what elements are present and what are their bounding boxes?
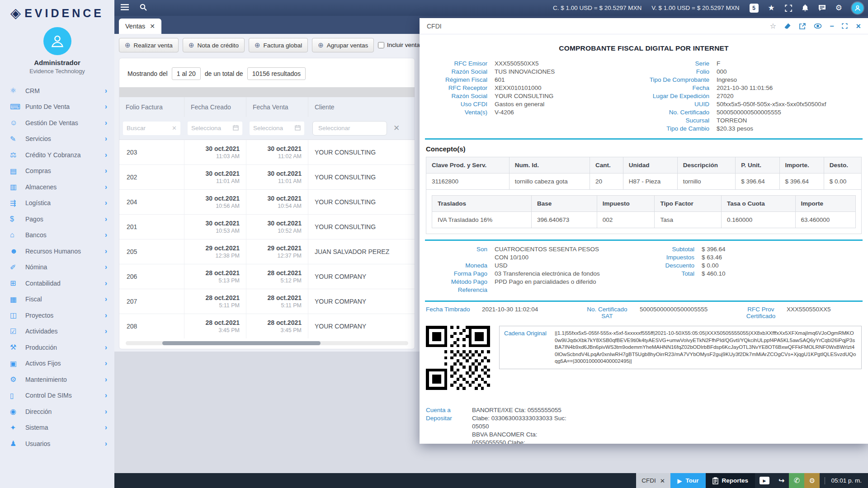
export-icon[interactable]: [799, 23, 806, 30]
field-label: Tipo de Cambio: [621, 125, 709, 133]
realizar-venta-button[interactable]: ⊕Realizar venta: [119, 38, 179, 52]
concept-clave: 31162800: [426, 174, 509, 190]
minimize-icon[interactable]: −: [830, 23, 834, 30]
column-header-fecha-creado[interactable]: Fecha Creado: [184, 97, 246, 117]
fecha-creado-filter[interactable]: Selecciona: [188, 122, 242, 135]
module-icon: ⇶: [10, 199, 25, 207]
taskbar-cfdi-item[interactable]: CFDI ✕: [636, 473, 670, 488]
cell-fecha-creado: 28 oct.2021 5:11 PM: [184, 289, 246, 314]
sidebar-item-usuarios[interactable]: ♟ Usuarios: [0, 436, 114, 452]
module-icon: ◉: [10, 407, 25, 416]
sidebar-item-crm[interactable]: ⚛ CRM: [0, 83, 114, 99]
search-icon[interactable]: [140, 4, 147, 13]
sidebar-item-servicios[interactable]: ✎ Servicios: [0, 131, 114, 147]
cell-cliente: YOUR CONSULTING: [308, 190, 415, 214]
module-icon: ⚙: [10, 375, 25, 384]
calculator-icon[interactable]: 5: [750, 4, 759, 13]
chat-icon[interactable]: [818, 5, 826, 12]
exchange-rate-sell: V. $ 1.00 USD = $ 20.5297 MXN: [651, 5, 739, 11]
settings-gear-icon[interactable]: ⚙: [835, 3, 842, 13]
factura-global-button[interactable]: ⊕Factura global: [249, 38, 308, 52]
sidebar-item-actividades[interactable]: ☑ Actividades: [0, 324, 114, 340]
maximize-icon[interactable]: [841, 23, 848, 29]
table-row[interactable]: 202 30 oct.2021 11:01 AM 30 oct.2021 11:…: [119, 164, 415, 189]
field-row: RFC Emisor XXX550550XX5: [420, 60, 621, 68]
column-header-fecha-venta[interactable]: Fecha Venta: [246, 97, 308, 117]
fullscreen-icon[interactable]: [784, 4, 792, 12]
taxes-column-header: Traslados: [432, 196, 532, 212]
table-row[interactable]: 208 28 oct.2021 3:45 PM 28 oct.2021 3:45…: [119, 314, 415, 338]
table-row[interactable]: 207 28 oct.2021 5:11 PM 28 oct.2021 5:11…: [119, 289, 415, 314]
reportes-button[interactable]: Reportes: [706, 473, 755, 488]
eye-icon[interactable]: [814, 23, 822, 29]
fecha-venta-filter[interactable]: Selecciona: [250, 122, 304, 135]
sidebar-item-bancos[interactable]: ⌂ Bancos: [0, 227, 114, 244]
sidebar-item-contabilidad[interactable]: ⊞ Contabilidad: [0, 275, 114, 291]
sidebar-item-mantenimiento[interactable]: ⚙ Mantenimiento: [0, 371, 114, 388]
nota-de-credito-button[interactable]: ⊕Nota de crédito: [183, 38, 245, 52]
include-sales-checkbox-input[interactable]: [378, 42, 384, 48]
cell-folio: 206: [119, 273, 184, 280]
table-row[interactable]: 205 29 oct.2021 12:38 PM 29 oct.2021 12:…: [119, 239, 415, 264]
column-header-folio[interactable]: Folio Factura: [119, 103, 184, 111]
field-value: F: [709, 60, 720, 68]
agrupar-ventas-button[interactable]: ⊕Agrupar ventas: [312, 38, 374, 52]
sidebar-item-sistema[interactable]: ✦ Sistema: [0, 420, 114, 436]
sidebar-item-compras[interactable]: ▤ Compras: [0, 163, 114, 179]
cfdi-dialog-titlebar[interactable]: CFDI ☆ − ×: [420, 18, 868, 34]
whatsapp-icon[interactable]: ✆: [789, 473, 804, 488]
clear-cliente-filter-icon[interactable]: ✕: [393, 123, 400, 133]
table-row[interactable]: 203 30 oct.2021 11:03 AM 30 oct.2021 11:…: [119, 140, 415, 164]
chevron-right-icon: [105, 391, 107, 399]
taskbar-settings-icon[interactable]: ⚙: [804, 473, 820, 488]
include-sales-checkbox[interactable]: Incluir ventas: [378, 42, 423, 48]
close-icon[interactable]: ×: [856, 23, 861, 30]
sidebar-item-gestion-de-ventas[interactable]: ☺ Gestión De Ventas: [0, 115, 114, 131]
table-row[interactable]: 206 28 oct.2021 5:13 PM 28 oct.2021 5:12…: [119, 264, 415, 289]
sidebar-user-avatar[interactable]: [43, 27, 71, 55]
sidebar-item-control-de-sims[interactable]: ▯ Control De SIMs: [0, 388, 114, 404]
favorite-star-icon[interactable]: ☆: [770, 23, 776, 30]
calendar-icon: [233, 125, 239, 132]
user-avatar[interactable]: [852, 2, 863, 14]
cliente-select[interactable]: Seleccionar: [312, 121, 387, 136]
field-label: Régimen Fiscal: [420, 76, 487, 84]
sidebar-item-activos-fijos[interactable]: ▣ Activos Fijos: [0, 356, 114, 372]
concepts-column-header: Clave Prod. y Serv.: [426, 157, 509, 174]
sidebar-item-fiscal[interactable]: ▦ Fiscal: [0, 291, 114, 308]
hamburger-menu-icon[interactable]: [121, 4, 129, 12]
column-header-cliente[interactable]: Cliente: [308, 97, 415, 117]
sidebar-item-proyectos[interactable]: ◫ Proyectos: [0, 307, 114, 324]
taskbar-cfdi-close-icon[interactable]: ✕: [660, 477, 665, 484]
tour-button[interactable]: ▶ Tour: [670, 473, 705, 488]
horizontal-scrollbar-thumb[interactable]: [162, 341, 321, 345]
folio-search-input[interactable]: Buscar ✕: [123, 122, 180, 135]
table-row[interactable]: 204 30 oct.2021 10:56 AM 30 oct.2021 10:…: [119, 189, 415, 214]
results-showing-text: Mostrando del: [127, 70, 168, 77]
table-row[interactable]: 201 30 oct.2021 10:53 AM 30 oct.2021 10:…: [119, 214, 415, 239]
tab-ventas[interactable]: Ventas ✕: [119, 19, 161, 34]
eraser-icon[interactable]: [784, 23, 791, 30]
notifications-bell-icon[interactable]: [802, 4, 809, 12]
taxes-column-header: Tipo Factor: [655, 196, 722, 212]
sidebar-item-direccion[interactable]: ◉ Dirección: [0, 404, 114, 420]
taxes-table: TrasladosBaseImpuestoTipo FactorTasa o C…: [432, 195, 856, 228]
sidebar-item-logistica[interactable]: ⇶ Logística: [0, 195, 114, 211]
sidebar-item-credito-y-cobranza[interactable]: ⚖ Crédito Y Cobranza: [0, 147, 114, 163]
taxes-column-header: Tasa o Cuota: [722, 196, 795, 212]
deposit-account-label: Cuenta a Depositar: [426, 406, 456, 444]
video-tutorials-icon[interactable]: ▶: [760, 477, 769, 484]
sidebar-item-pagos[interactable]: $ Pagos: [0, 211, 114, 227]
tab-close-icon[interactable]: ✕: [150, 23, 155, 30]
sidebar-item-produccion[interactable]: ⚒ Producción: [0, 339, 114, 356]
sidebar-item-label: Compras: [25, 167, 51, 174]
sidebar-item-punto-de-venta[interactable]: ⌨ Punto De Venta: [0, 99, 114, 115]
sidebar-item-nomina[interactable]: ✐ Nómina: [0, 259, 114, 276]
sidebar-item-recursos-humanos[interactable]: ☻ Recursos Humanos: [0, 243, 114, 259]
sidebar-item-almacenes[interactable]: ▥ Almacenes: [0, 179, 114, 195]
cell-folio: 205: [119, 248, 184, 255]
favorites-star-icon[interactable]: ★: [768, 3, 775, 13]
concepts-header-row: Clave Prod. y Serv.Num. Id.Cant.UnidadDe…: [426, 157, 862, 174]
clear-search-icon[interactable]: ✕: [172, 125, 177, 131]
share-icon[interactable]: ↪: [778, 476, 784, 485]
